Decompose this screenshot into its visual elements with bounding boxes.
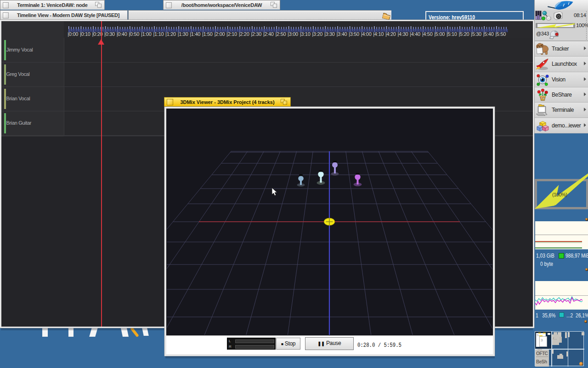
svg-text:(100%): (100%) bbox=[552, 192, 567, 197]
